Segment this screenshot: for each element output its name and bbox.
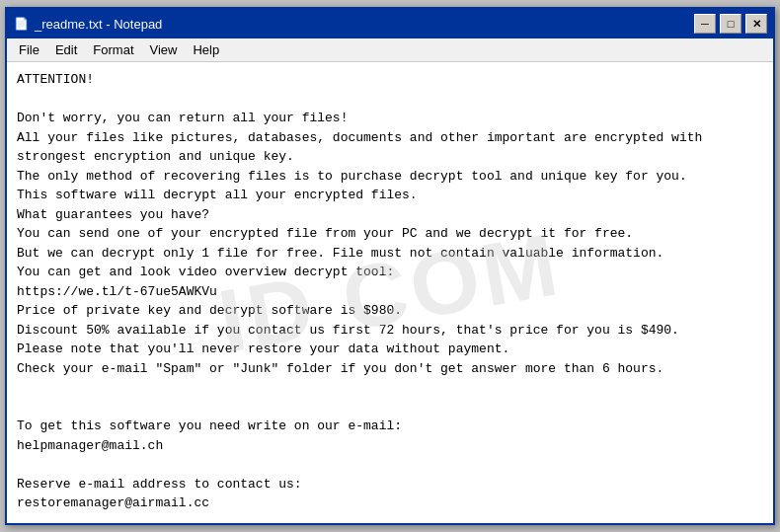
title-bar-left: 📄 _readme.txt - Notepad	[13, 16, 162, 32]
menu-file[interactable]: File	[11, 40, 47, 59]
minimize-button[interactable]: ─	[694, 14, 716, 34]
window-title: _readme.txt - Notepad	[35, 17, 162, 32]
menu-edit[interactable]: Edit	[47, 40, 85, 59]
maximize-button[interactable]: □	[720, 14, 741, 34]
menu-view[interactable]: View	[142, 40, 186, 59]
notepad-icon: 📄	[13, 16, 29, 32]
notepad-text: ATTENTION! Don't worry, you can return a…	[17, 70, 763, 523]
notepad-window: 📄 _readme.txt - Notepad ─ □ ✕ File Edit …	[5, 7, 775, 525]
menu-help[interactable]: Help	[185, 40, 227, 59]
title-buttons: ─ □ ✕	[694, 14, 767, 34]
title-bar: 📄 _readme.txt - Notepad ─ □ ✕	[7, 9, 773, 38]
close-button[interactable]: ✕	[745, 14, 767, 34]
menu-format[interactable]: Format	[85, 40, 141, 59]
menu-bar: File Edit Format View Help	[7, 38, 773, 62]
text-content-area[interactable]: ID COM ATTENTION! Don't worry, you can r…	[7, 62, 773, 523]
